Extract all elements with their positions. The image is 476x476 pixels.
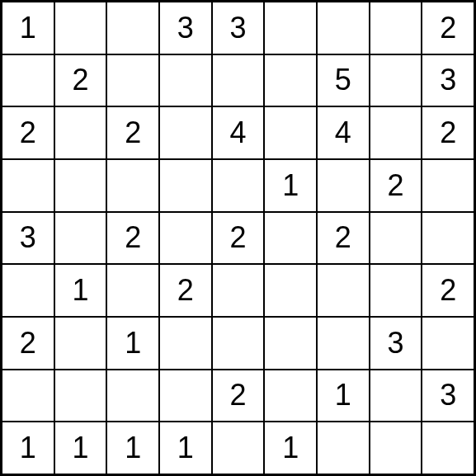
grid-cell[interactable]: 1 [2,2,54,54]
grid-cell[interactable]: 2 [212,212,265,265]
grid-cell[interactable] [264,54,317,107]
grid-cell[interactable] [264,2,317,54]
grid-cell[interactable] [54,106,107,159]
grid-cell[interactable]: 1 [2,422,54,474]
grid-cell[interactable]: 2 [422,2,474,54]
grid-cell[interactable] [370,106,422,159]
grid-cell[interactable]: 2 [212,370,265,422]
grid-cell[interactable]: 3 [159,2,212,54]
grid-cell[interactable] [264,317,317,370]
grid-cell[interactable]: 1 [264,159,317,212]
grid-cell[interactable] [54,2,107,54]
grid-cell[interactable]: 1 [106,317,159,370]
grid-cell[interactable] [54,370,107,422]
grid-cell[interactable] [212,264,265,317]
grid-cell[interactable]: 4 [212,106,265,159]
grid-cell[interactable]: 3 [422,54,474,107]
grid-cell[interactable] [106,264,159,317]
grid-cell[interactable]: 2 [422,264,474,317]
grid-cell[interactable] [159,54,212,107]
grid-cell[interactable]: 2 [159,264,212,317]
grid-cell[interactable]: 3 [370,317,422,370]
grid-cell[interactable]: 2 [370,159,422,212]
grid-cell[interactable] [159,159,212,212]
grid-cell[interactable] [2,159,54,212]
puzzle-grid: 1 3 3 2 2 5 3 2 2 4 4 2 1 2 3 2 2 2 1 2 … [0,0,476,476]
grid-cell[interactable]: 2 [106,106,159,159]
grid-cell[interactable] [159,370,212,422]
grid-cell[interactable]: 2 [2,106,54,159]
grid-cell[interactable] [159,106,212,159]
grid-cell[interactable] [264,264,317,317]
grid-cell[interactable] [422,422,474,474]
grid-cell[interactable] [370,212,422,265]
grid-cell[interactable] [159,317,212,370]
grid-cell[interactable]: 2 [422,106,474,159]
grid-cell[interactable] [212,159,265,212]
grid-cell[interactable] [422,317,474,370]
grid-cell[interactable] [422,212,474,265]
grid-cell[interactable]: 2 [54,54,107,107]
grid-cell[interactable] [212,54,265,107]
grid-cell[interactable] [317,422,370,474]
grid-cell[interactable]: 3 [2,212,54,265]
grid-cell[interactable] [370,2,422,54]
grid-cell[interactable]: 2 [106,212,159,265]
grid-cell[interactable] [317,264,370,317]
grid-cell[interactable] [370,264,422,317]
grid-cell[interactable] [54,317,107,370]
grid-cell[interactable] [264,212,317,265]
grid-cell[interactable]: 1 [264,422,317,474]
grid-cell[interactable] [106,54,159,107]
grid-cell[interactable] [422,159,474,212]
grid-cell[interactable]: 1 [54,264,107,317]
grid-cell[interactable] [264,106,317,159]
grid-cell[interactable] [212,422,265,474]
grid-cell[interactable] [54,212,107,265]
grid-cell[interactable] [212,317,265,370]
grid-cell[interactable]: 1 [106,422,159,474]
grid-cell[interactable] [106,370,159,422]
grid-cell[interactable] [106,2,159,54]
grid-cell[interactable]: 1 [54,422,107,474]
grid-cell[interactable] [317,317,370,370]
grid-cell[interactable]: 2 [2,317,54,370]
grid-cell[interactable] [2,54,54,107]
grid-cell[interactable]: 3 [212,2,265,54]
grid-cell[interactable] [370,54,422,107]
grid-cell[interactable] [317,159,370,212]
grid-cell[interactable] [317,2,370,54]
grid-cell[interactable] [54,159,107,212]
grid-cell[interactable]: 3 [422,370,474,422]
grid-cell[interactable]: 1 [317,370,370,422]
grid-cell[interactable] [2,264,54,317]
grid-cell[interactable] [106,159,159,212]
grid-cell[interactable] [370,370,422,422]
grid-cell[interactable]: 1 [159,422,212,474]
grid-cell[interactable]: 4 [317,106,370,159]
grid-cell[interactable]: 2 [317,212,370,265]
grid-cell[interactable] [2,370,54,422]
grid-cell[interactable]: 5 [317,54,370,107]
grid-cell[interactable] [264,370,317,422]
grid-cell[interactable] [159,212,212,265]
grid-cell[interactable] [370,422,422,474]
